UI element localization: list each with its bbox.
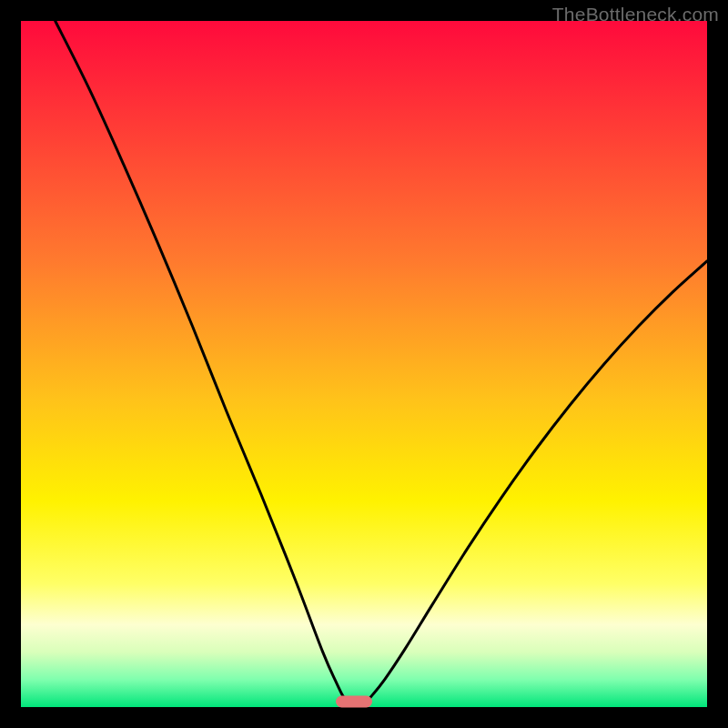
chart-frame: TheBottleneck.com [0, 0, 728, 728]
plot-area [21, 21, 707, 707]
watermark-text: TheBottleneck.com [552, 4, 719, 25]
bottleneck-curve [21, 21, 707, 707]
curve-right-arm [364, 261, 707, 703]
curve-left-arm [56, 21, 350, 703]
optimal-point-marker [336, 695, 372, 707]
